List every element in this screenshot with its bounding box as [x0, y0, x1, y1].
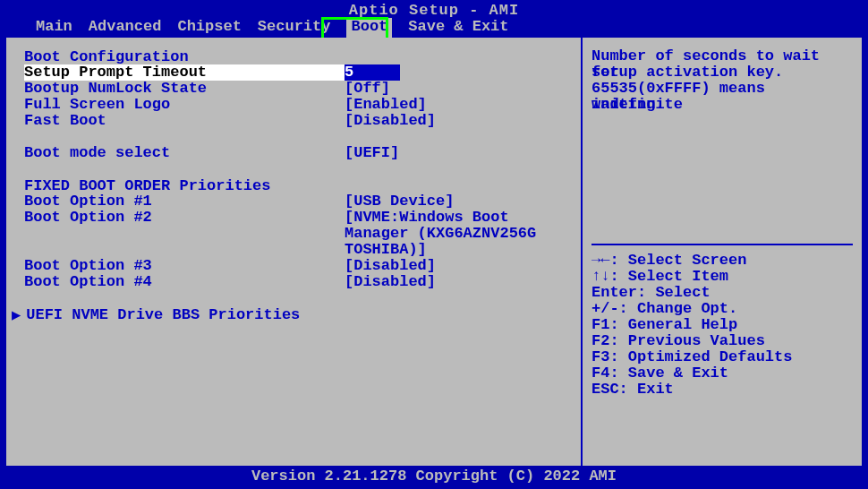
triangle-icon: ▶ — [12, 305, 21, 324]
menu-boot[interactable]: Boot — [346, 18, 392, 38]
value-full-screen-logo[interactable]: [Enabled] — [345, 97, 572, 113]
menu-security[interactable]: Security — [258, 18, 331, 38]
menu-bar: Main Advanced Chipset Security Boot Save… — [0, 18, 868, 38]
key-enter: Enter: Select — [591, 285, 853, 301]
key-select-item: ↑↓: Select Item — [591, 269, 853, 285]
value-bootup-numlock[interactable]: [Off] — [345, 81, 572, 97]
row-boot-option-2c: TOSHIBA)] — [24, 242, 572, 258]
key-change-opt: +/-: Change Opt. — [591, 301, 853, 317]
value-boot-option-3[interactable]: [Disabled] — [345, 258, 572, 274]
label-bootup-numlock: Bootup NumLock State — [24, 81, 345, 97]
row-boot-option-1[interactable]: Boot Option #1 [USB Device] — [24, 193, 572, 210]
label-boot-mode-select: Boot mode select — [24, 145, 345, 161]
value-boot-option-2[interactable]: [NVME:Windows Boot — [345, 210, 572, 226]
value-boot-mode-select[interactable]: [UEFI] — [345, 145, 572, 161]
help-line-1: Number of seconds to wait for — [591, 48, 853, 64]
help-line-4: waiting. — [591, 97, 853, 113]
menu-advanced[interactable]: Advanced — [89, 18, 162, 38]
row-boot-option-4[interactable]: Boot Option #4 [Disabled] — [24, 274, 572, 290]
row-fast-boot[interactable]: Fast Boot [Disabled] — [24, 113, 572, 129]
row-boot-mode-select[interactable]: Boot mode select [UEFI] — [24, 145, 572, 161]
label-boot-option-3: Boot Option #3 — [24, 258, 345, 274]
value-boot-option-2b: Manager (KXG6AZNV256G — [345, 226, 572, 242]
label-fast-boot: Fast Boot — [24, 113, 345, 129]
submenu-label: UEFI NVME Drive BBS Priorities — [26, 306, 300, 323]
value-boot-option-1[interactable]: [USB Device] — [345, 193, 572, 210]
bios-screen: Aptio Setup - AMI Main Advanced Chipset … — [0, 0, 868, 489]
row-full-screen-logo[interactable]: Full Screen Logo [Enabled] — [24, 97, 572, 113]
help-text: Number of seconds to wait for setup acti… — [591, 48, 853, 244]
value-fast-boot[interactable]: [Disabled] — [345, 113, 572, 129]
key-f1: F1: General Help — [591, 317, 853, 333]
key-legend: →←: Select Screen ↑↓: Select Item Enter:… — [591, 253, 853, 457]
label-full-screen-logo: Full Screen Logo — [24, 97, 345, 113]
settings-panel: Boot Configuration Setup Prompt Timeout … — [6, 38, 581, 466]
row-bootup-numlock[interactable]: Bootup NumLock State [Off] — [24, 81, 572, 97]
value-setup-prompt-timeout[interactable]: 5 — [345, 64, 400, 81]
value-boot-option-2c: TOSHIBA)] — [345, 242, 572, 258]
menu-save-exit[interactable]: Save & Exit — [408, 18, 508, 38]
key-f4: F4: Save & Exit — [591, 365, 853, 382]
label-boot-option-4: Boot Option #4 — [24, 274, 345, 290]
section-fixed-boot-order: FIXED BOOT ORDER Priorities — [24, 177, 572, 193]
section-boot-config: Boot Configuration — [24, 48, 572, 64]
label-boot-option-1: Boot Option #1 — [24, 193, 345, 210]
title-bar: Aptio Setup - AMI — [0, 0, 868, 18]
key-f2: F2: Previous Values — [591, 333, 853, 349]
row-boot-option-3[interactable]: Boot Option #3 [Disabled] — [24, 258, 572, 274]
row-boot-option-2b: Manager (KXG6AZNV256G — [24, 226, 572, 242]
label-setup-prompt-timeout: Setup Prompt Timeout — [24, 64, 345, 81]
row-setup-prompt-timeout[interactable]: Setup Prompt Timeout 5 — [24, 64, 572, 81]
help-panel: Number of seconds to wait for setup acti… — [581, 38, 862, 466]
panel-divider — [591, 244, 853, 245]
help-line-3: 65535(0xFFFF) means indefinite — [591, 81, 853, 97]
key-esc: ESC: Exit — [591, 382, 853, 398]
row-boot-option-2[interactable]: Boot Option #2 [NVME:Windows Boot — [24, 210, 572, 226]
value-boot-option-4[interactable]: [Disabled] — [345, 274, 572, 290]
footer-version: Version 2.21.1278 Copyright (C) 2022 AMI — [0, 466, 868, 487]
menu-chipset[interactable]: Chipset — [177, 18, 241, 38]
key-f3: F3: Optimized Defaults — [591, 349, 853, 365]
key-select-screen: →←: Select Screen — [591, 253, 853, 269]
label-boot-option-2: Boot Option #2 — [24, 210, 345, 226]
menu-main[interactable]: Main — [36, 18, 72, 38]
main-area: Boot Configuration Setup Prompt Timeout … — [0, 38, 868, 466]
help-line-2: setup activation key. — [591, 64, 853, 81]
submenu-uefi-nvme-bbs[interactable]: ▶ UEFI NVME Drive BBS Priorities — [24, 306, 572, 322]
